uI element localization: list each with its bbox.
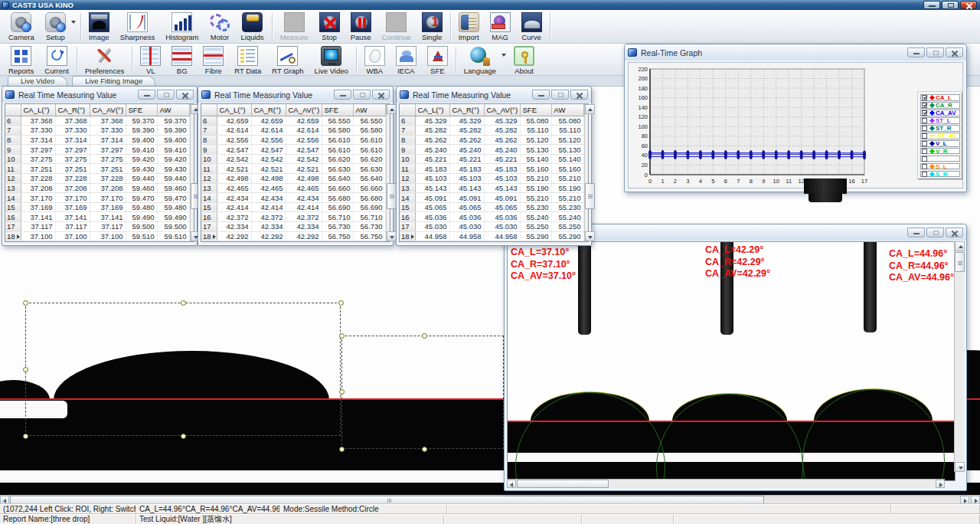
toolbar-button-setup[interactable]: Setup (40, 11, 71, 43)
table-row[interactable]: 1445.09145.09145.09155.21055.210 (400, 193, 583, 203)
roi-rectangle[interactable] (341, 336, 504, 449)
chevron-down-icon[interactable] (501, 54, 506, 57)
scroll-right-arrow[interactable] (960, 496, 969, 504)
toolbar-button-ieca[interactable]: IECA (390, 44, 422, 75)
scroll-down-arrow[interactable] (387, 231, 397, 241)
toolbar-button-camera[interactable]: Camera (3, 11, 40, 43)
table-row[interactable]: 1045.22145.22145.22155.14055.140 (400, 154, 583, 164)
minimize-button[interactable] (138, 90, 155, 100)
scroll-up-arrow[interactable] (387, 104, 397, 114)
toolbar-button-sharpness[interactable]: Sharpness (115, 11, 160, 43)
legend-item-ca-l[interactable]: CA_L (920, 94, 960, 101)
legend-checkbox[interactable] (922, 126, 927, 131)
toolbar-button-mag[interactable]: MAG (485, 11, 516, 43)
graph-window-titlebar[interactable]: Real-Time Graph (625, 44, 966, 61)
measuring-window-titlebar[interactable]: Real Time Measuring Value (198, 87, 393, 103)
legend-checkbox[interactable] (922, 172, 927, 177)
table-row[interactable]: 937.29737.29737.29759.41059.410 (5, 145, 189, 155)
roi-handle[interactable] (339, 333, 345, 339)
table-row[interactable]: 1745.03045.03045.03055.25055.250 (400, 222, 583, 232)
column-header[interactable]: CA_AV(°) (90, 104, 126, 116)
roi-handle[interactable] (181, 300, 186, 306)
measuring-window-titlebar[interactable]: Real Time Measuring Value (397, 87, 591, 103)
measuring-window-1[interactable]: Real Time Measuring ValueCA_L(°)CA_R(°)C… (2, 86, 198, 246)
legend-item-v-r[interactable]: V_R (920, 148, 960, 155)
chevron-down-icon[interactable] (71, 21, 76, 24)
toolbar-button-stop[interactable]: Stop (314, 11, 345, 43)
toolbar-button-continue[interactable]: Continue (377, 11, 416, 43)
roi-handle[interactable] (339, 447, 345, 452)
table-row[interactable]: 1637.14137.14137.14159.49059.490 (5, 212, 189, 222)
table-row[interactable]: 1737.11737.11737.11759.50059.500 (5, 222, 189, 232)
legend-checkbox[interactable] (922, 95, 927, 100)
minimize-button[interactable] (334, 90, 351, 100)
toolbar-button-histogram[interactable]: Histogram (160, 11, 204, 43)
toolbar-button-vl[interactable]: VL (135, 44, 166, 75)
maximize-button[interactable] (353, 90, 371, 100)
scroll-down-arrow[interactable] (585, 231, 595, 241)
toolbar-button-fibre[interactable]: Fibre (198, 44, 229, 75)
scrollbar-thumb[interactable] (10, 496, 764, 504)
roi-handle[interactable] (422, 333, 427, 339)
roi-handle[interactable] (422, 447, 427, 452)
legend-checkbox[interactable] (922, 149, 927, 154)
table-row[interactable]: 945.24045.24045.24055.13055.130 (400, 145, 583, 155)
toolbar-button-wba[interactable]: WBA (359, 44, 390, 75)
legend-item-v-l[interactable]: V_L (920, 140, 960, 147)
table-row[interactable]: 1442.43442.43442.43456.68056.680 (201, 193, 385, 203)
minimize-button[interactable] (532, 90, 550, 100)
maximize-button[interactable] (926, 47, 944, 57)
table-row[interactable]: 1837.10037.10037.10059.51059.510 (5, 231, 189, 241)
scroll-up-arrow[interactable] (585, 104, 595, 114)
table-row[interactable]: 1145.18345.18345.18355.16055.160 (400, 164, 583, 174)
scroll-left-arrow[interactable] (0, 496, 9, 504)
table-row[interactable]: 1237.22837.22837.22859.44059.440 (5, 174, 189, 184)
table-row[interactable]: 1542.41442.41442.41456.69056.690 (201, 202, 385, 212)
vertical-scrollbar[interactable] (584, 104, 589, 241)
minimize-button[interactable] (907, 47, 925, 57)
table-row[interactable]: 1642.37242.37242.37256.71056.710 (201, 212, 385, 222)
column-header[interactable]: AW (551, 104, 583, 116)
column-header[interactable]: CA_L(°) (217, 104, 251, 116)
table-row[interactable]: 1537.16937.16937.16959.48059.480 (5, 202, 189, 212)
column-header[interactable] (201, 104, 217, 116)
horizontal-scrollbar[interactable] (0, 495, 980, 504)
toolbar-button-single[interactable]: 1Single (416, 11, 448, 43)
table-row[interactable]: 1844.95844.95844.95855.29055.290 (400, 231, 583, 241)
maximize-button[interactable] (551, 90, 569, 100)
toolbar-button-pause[interactable]: Pause (345, 11, 377, 43)
toolbar-button-import[interactable]: Import (453, 11, 485, 43)
column-header[interactable]: CA_R(°) (251, 104, 286, 116)
table-row[interactable]: 1245.10345.10345.10355.21055.210 (400, 174, 583, 184)
close-button[interactable] (960, 1, 977, 9)
baseline-line[interactable] (508, 421, 956, 422)
legend-item-st-av[interactable]: ST_AV (920, 133, 960, 139)
column-header[interactable]: AW (353, 104, 385, 116)
title-bar[interactable]: CAST3 USA KINO (0, 0, 980, 10)
roi-rectangle[interactable] (25, 303, 341, 436)
roi-handle[interactable] (23, 300, 28, 306)
scroll-left-arrow[interactable] (507, 480, 516, 488)
minimize-button[interactable] (907, 228, 925, 237)
legend-item-s-r[interactable]: S_R (920, 171, 960, 178)
measuring-window-titlebar[interactable]: Real Time Measuring Value (2, 87, 197, 103)
table-row[interactable]: 1645.03645.03645.03655.24055.240 (400, 212, 583, 222)
column-header[interactable]: SFE (126, 104, 157, 116)
vertical-scrollbar[interactable] (386, 104, 390, 241)
toolbar-button-rt-graph[interactable]: RT Graph (266, 44, 309, 75)
toolbar-button-reports[interactable]: Reports (3, 44, 39, 75)
legend-checkbox[interactable] (922, 156, 927, 162)
horizontal-scrollbar[interactable] (507, 479, 945, 488)
table-row[interactable]: 645.32945.32945.32955.08055.080 (400, 116, 583, 126)
legend-item-st-l[interactable]: ST_L (920, 117, 960, 124)
toolbar-button-image[interactable]: Image (83, 11, 115, 43)
close-button[interactable] (570, 90, 588, 100)
table-row[interactable]: 1345.14345.14345.14355.19055.190 (400, 183, 583, 193)
legend-item[interactable] (920, 156, 960, 162)
table-row[interactable]: 842.55642.55642.55656.61056.610 (201, 135, 385, 145)
column-header[interactable]: CA_L(°) (21, 104, 55, 116)
toolbar-button-preferences[interactable]: Preferences (80, 44, 129, 75)
column-header[interactable]: SFE (322, 104, 353, 116)
toolbar-button-live-video[interactable]: Live Video (309, 44, 354, 75)
toolbar-button-language[interactable]: Language (459, 44, 501, 75)
